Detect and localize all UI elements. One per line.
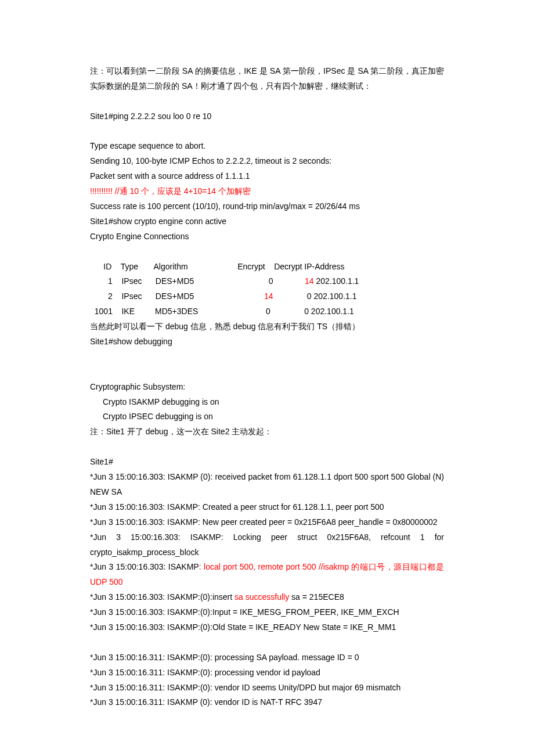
cmd-show-debugging: Site1#show debugging (90, 334, 444, 350)
log-vendor-id-unity: *Jun 3 15:00:16.311: ISAKMP:(0): vendor … (90, 681, 444, 696)
cmd-show-crypto-engine: Site1#show crypto engine conn active (90, 214, 444, 229)
table-header: ID Type Algorithm Encrypt Decrypt IP-Add… (90, 260, 444, 275)
row2-encrypt-count: 14 (264, 291, 273, 301)
log-input-ike-mesg: *Jun 3 15:00:16.303: ISAKMP:(0):Input = … (90, 605, 444, 620)
isakmp-debug-on: Crypto ISAKMP debugging is on (90, 395, 444, 410)
log-vendor-id-nat-t: *Jun 3 15:00:16.311: ISAKMP (0): vendor … (90, 695, 444, 710)
row1-ip: 202.100.1.1 (314, 276, 359, 286)
sending-line: Sending 10, 100-byte ICMP Echos to 2.2.2… (90, 154, 444, 169)
log-created-peer-struct: *Jun 3 15:00:16.303: ISAKMP: Created a p… (90, 500, 444, 515)
crypto-subsystem-heading: Cryptographic Subsystem: (90, 380, 444, 395)
site1-prompt: Site1# (90, 455, 444, 470)
blank-line (90, 94, 444, 109)
log-processing-vendor-id: *Jun 3 15:00:16.311: ISAKMP:(0): process… (90, 665, 444, 681)
crypto-engine-heading: Crypto Engine Connections (90, 229, 444, 244)
success-rate-line: Success rate is 100 percent (10/10), rou… (90, 199, 444, 214)
row1-left: 1 IPsec DES+MD5 0 (90, 276, 305, 286)
log-received-packet: *Jun 3 15:00:16.303: ISAKMP (0): receive… (90, 470, 444, 500)
log-insert-sa: *Jun 3 15:00:16.303: ISAKMP:(0):insert s… (90, 590, 444, 605)
table-row-1: 1 IPsec DES+MD5 0 14 202.100.1.1 (90, 274, 444, 289)
row1-decrypt-count: 14 (305, 276, 314, 286)
table-row-2: 2 IPsec DES+MD5 14 0 202.100.1.1 (90, 289, 444, 304)
blank-line (90, 350, 444, 365)
note-sa-summary: 注：可以看到第一二阶段 SA 的摘要信息，IKE 是 SA 第一阶段，IPSec… (90, 64, 444, 94)
log-locking-peer: *Jun 3 15:00:16.303: ISAKMP: Locking pee… (90, 530, 444, 560)
log-new-peer-created: *Jun 3 15:00:16.303: ISAKMP: New peer cr… (90, 515, 444, 530)
ping-result-annotation: !!!!!!!!!! //通 10 个，应该是 4+10=14 个加解密 (90, 184, 444, 199)
log-processing-sa-payload: *Jun 3 15:00:16.311: ISAKMP:(0): process… (90, 650, 444, 665)
log-port-info: *Jun 3 15:00:16.303: ISAKMP: local port … (90, 560, 444, 590)
log22-suffix: sa = 215ECE8 (289, 592, 344, 602)
log-state-change: *Jun 3 15:00:16.303: ISAKMP:(0):Old Stat… (90, 620, 444, 635)
row2-rest: 0 202.100.1.1 (273, 291, 357, 301)
log17-body: 3 15:00:16.303: ISAKMP (0): received pac… (90, 472, 444, 496)
escape-line: Type escape sequence to abort. (90, 139, 444, 154)
debug-note: 当然此时可以看一下 debug 信息，熟悉 debug 信息有利于我们 TS（排… (90, 319, 444, 334)
log17-prefix: *Jun (90, 472, 109, 481)
cmd-ping: Site1#ping 2.2.2.2 sou loo 0 re 10 (90, 109, 444, 124)
table-row-3: 1001 IKE MD5+3DES 0 0 202.100.1.1 (90, 304, 444, 319)
packet-sent-line: Packet sent with a source address of 1.1… (90, 169, 444, 184)
row2-left: 2 IPsec DES+MD5 (90, 291, 264, 301)
log21-prefix: *Jun 3 15:00:16.303: ISAKMP (90, 562, 199, 571)
ipsec-debug-on: Crypto IPSEC debugging is on (90, 409, 444, 424)
log22-sa-success: sa successfully (234, 592, 289, 602)
blank-line (90, 244, 444, 260)
log22-prefix: *Jun 3 15:00:16.303: ISAKMP:(0):insert (90, 592, 234, 602)
blank-line (90, 124, 444, 139)
note-site2-initiate: 注：Site1 开了 debug，这一次在 Site2 主动发起： (90, 424, 444, 440)
blank-line (90, 365, 444, 380)
blank-line (90, 635, 444, 650)
blank-line (90, 440, 444, 455)
